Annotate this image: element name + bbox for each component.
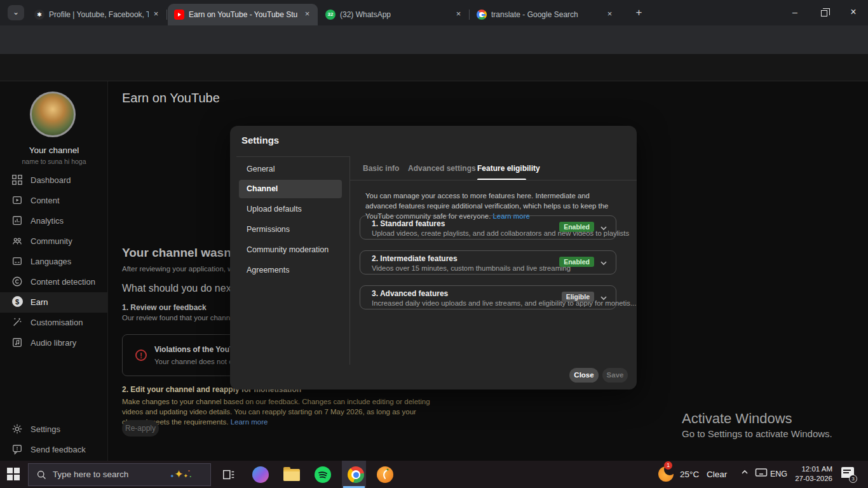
modal-nav-channel[interactable]: Channel (239, 180, 342, 198)
window-close-button[interactable]: × (839, 0, 868, 25)
chevron-down-icon[interactable] (599, 224, 608, 235)
gear-icon (11, 423, 24, 436)
tab-advanced-settings[interactable]: Advanced settings (408, 164, 476, 178)
sidebar-item-audio-library[interactable]: Audio library (0, 333, 108, 353)
sidebar-label: Languages (31, 252, 71, 272)
search-icon (36, 470, 47, 480)
music-note-icon (11, 337, 24, 349)
content-icon (11, 194, 24, 207)
standard-features-card[interactable]: 1. Standard features Upload videos, crea… (360, 215, 616, 240)
channel-title: Your channel (0, 146, 108, 155)
reapply-button[interactable]: Re-apply (122, 420, 159, 437)
sidebar-item-analytics[interactable]: Analytics (0, 211, 108, 231)
tab-title: Earn on YouTube - YouTube Stu (189, 4, 300, 25)
spotify-button[interactable] (313, 465, 333, 484)
tab-whatsapp[interactable]: 32 (32) WhatsApp × (319, 4, 469, 25)
sidebar-label: Settings (31, 419, 60, 440)
whatsapp-favicon: 32 (325, 10, 336, 20)
touch-keyboard-icon[interactable] (751, 468, 771, 487)
desktop: ⌄ ✱ Profile | Youtube, Facebook, Twi × E… (0, 0, 868, 488)
nav-label: Channel (247, 180, 278, 198)
nav-label: Community moderation (247, 241, 329, 259)
taskbar-search-box[interactable]: Type here to search ✦✦✦•• (28, 463, 211, 486)
weather-widget-icon[interactable]: 1 (658, 464, 676, 484)
learn-more-link[interactable]: Learn more (231, 418, 268, 426)
weather-temperature[interactable]: 25°C (680, 461, 699, 488)
sidebar-label: Analytics (31, 211, 64, 231)
status-badge: Enabled (559, 222, 594, 232)
profile-site-favicon: ✱ (34, 10, 44, 20)
activate-windows-title: Activate Windows (682, 410, 792, 427)
sidebar-item-dashboard[interactable]: Dashboard (0, 170, 108, 191)
step2-body: Make changes to your channel based on ou… (122, 397, 431, 428)
task-view-button[interactable] (219, 465, 239, 484)
restore-icon (821, 10, 827, 17)
windows-taskbar: Type here to search ✦✦✦•• 1 25°C Clear (0, 461, 868, 488)
community-icon (11, 235, 24, 248)
channel-avatar[interactable] (30, 92, 76, 137)
taskbar-clock[interactable]: 12:01 AM 27-03-2026 (788, 464, 832, 484)
sidebar-item-customisation[interactable]: Customisation (0, 313, 108, 333)
google-favicon (477, 10, 487, 20)
divider (349, 156, 350, 365)
fl-studio-button[interactable] (375, 465, 395, 484)
tab-profile-site[interactable]: ✱ Profile | Youtube, Facebook, Twi × (28, 4, 166, 25)
sidebar-item-settings[interactable]: Settings (0, 419, 108, 440)
tab-title: (32) WhatsApp (340, 4, 451, 25)
browser-tab-strip: ⌄ ✱ Profile | Youtube, Facebook, Twi × E… (0, 0, 868, 25)
file-explorer-button[interactable] (281, 465, 302, 484)
copilot-sparkle-icon: ✦✦✦•• (170, 468, 191, 481)
sidebar-item-community[interactable]: Community (0, 231, 108, 252)
sidebar-item-content[interactable]: Content (0, 191, 108, 211)
intermediate-features-card[interactable]: 2. Intermediate features Videos over 15 … (360, 250, 616, 274)
close-tab-icon[interactable]: × (453, 9, 464, 20)
youtube-favicon (174, 10, 184, 20)
tab-feature-eligibility[interactable]: Feature eligibility (477, 164, 540, 178)
chevron-down-icon[interactable] (599, 259, 608, 270)
save-button[interactable]: Save (602, 368, 628, 383)
close-tab-icon[interactable]: × (604, 9, 615, 20)
close-tab-icon[interactable]: × (151, 9, 161, 20)
close-button[interactable]: Close (569, 368, 599, 383)
languages-icon (11, 255, 24, 268)
advanced-features-card[interactable]: 3. Advanced features Increased daily vid… (360, 285, 616, 309)
dashboard-icon (11, 174, 24, 187)
sidebar-label: Content (31, 191, 60, 211)
tab-search-button[interactable]: ⌄ (8, 5, 24, 20)
divider (236, 156, 349, 157)
nav-label: Permissions (247, 220, 290, 239)
modal-title: Settings (241, 135, 279, 146)
tab-basic-info[interactable]: Basic info (363, 164, 399, 178)
modal-nav-upload-defaults[interactable]: Upload defaults (230, 200, 349, 219)
weather-condition[interactable]: Clear (707, 461, 727, 488)
step2-body-text: Make changes to your channel based on ou… (122, 398, 430, 426)
nav-label: General (247, 160, 275, 179)
sidebar-item-content-detection[interactable]: Content detection (0, 272, 108, 292)
start-button[interactable] (7, 468, 20, 481)
copilot-button[interactable] (250, 465, 271, 484)
chrome-button[interactable] (346, 465, 366, 484)
sidebar-label: Earn (31, 292, 48, 313)
nav-label: Agreements (247, 261, 289, 280)
sidebar-label: Content detection (31, 272, 95, 292)
close-tab-icon[interactable]: × (302, 9, 313, 20)
window-restore-button[interactable] (810, 0, 839, 25)
feature-desc: Videos over 15 minutes, custom thumbnail… (372, 264, 571, 272)
channel-name: name to suna hi hoga (0, 158, 108, 165)
modal-nav-general[interactable]: General (230, 160, 349, 179)
sidebar-item-languages[interactable]: Languages (0, 252, 108, 272)
window-minimize-button[interactable]: – (780, 0, 810, 25)
modal-nav-agreements[interactable]: Agreements (230, 261, 349, 280)
new-tab-button[interactable]: + (632, 6, 646, 20)
tab-youtube-studio[interactable]: Earn on YouTube - YouTube Stu × (168, 4, 318, 25)
modal-nav-community-moderation[interactable]: Community moderation (230, 241, 349, 259)
chevron-down-icon[interactable] (599, 294, 608, 305)
sidebar-item-earn[interactable]: $ Earn (0, 292, 108, 313)
sidebar-item-send-feedback[interactable]: Send feedback (0, 440, 108, 460)
modal-nav-permissions[interactable]: Permissions (230, 220, 349, 239)
activate-windows-subtext: Go to Settings to activate Windows. (682, 428, 832, 439)
tab-google-search[interactable]: translate - Google Search × (470, 4, 620, 25)
language-indicator[interactable]: ENG (770, 461, 787, 488)
copyright-icon (11, 276, 24, 288)
weather-badge: 1 (664, 461, 672, 470)
